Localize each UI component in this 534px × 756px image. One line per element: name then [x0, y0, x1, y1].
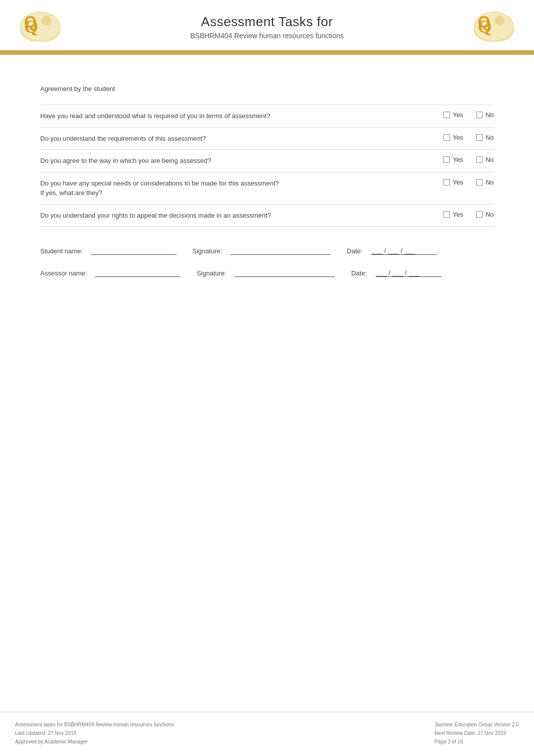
question-4-no-checkbox[interactable]: [476, 179, 483, 185]
question-row: Do you agree to the way in which you are…: [40, 150, 494, 172]
footer-right-line2: Next Review Date: 27 Nov 2019: [434, 729, 519, 737]
question-2-no[interactable]: No: [476, 134, 494, 141]
question-5-no-checkbox[interactable]: [476, 211, 483, 218]
question-2-no-checkbox[interactable]: [476, 134, 483, 141]
header-title: Assessment Tasks for: [65, 14, 469, 30]
svg-point-2: [41, 16, 51, 26]
question-3-no-label: No: [485, 156, 494, 163]
student-date-line[interactable]: ___ / ___ / ___: [372, 247, 437, 255]
question-row: Do you understand the requirements of th…: [40, 128, 494, 150]
question-1-no[interactable]: No: [476, 111, 494, 119]
signature-section: Student name: Signature: Date: ___ / ___…: [40, 247, 494, 277]
assessor-date-label: Date:: [351, 269, 367, 277]
question-3-yes-checkbox[interactable]: [443, 156, 450, 163]
question-3-text: Do you agree to the way in which you are…: [40, 156, 423, 166]
question-3-no-checkbox[interactable]: [476, 156, 483, 163]
question-row: Do you understand your rights to appeal …: [40, 205, 494, 227]
header-center: Assessment Tasks for BSBHRM404 Review hu…: [65, 14, 469, 40]
header-subtitle: BSBHRM404 Review human resources functio…: [65, 32, 469, 40]
question-5-options: Yes No: [423, 211, 494, 218]
assessor-name-line[interactable]: [95, 269, 181, 277]
question-4-yes[interactable]: Yes: [443, 178, 463, 186]
question-3-yes-label: Yes: [453, 156, 463, 163]
question-4-text: Do you have any special needs or conside…: [40, 178, 423, 198]
assessor-signature-row: Assessor name: Signature: Date: ___ / __…: [40, 269, 494, 277]
assessor-name-label: Assessor name:: [40, 269, 87, 277]
footer-right-line3: Page 3 of 16: [434, 737, 519, 746]
question-3-options: Yes No: [423, 156, 494, 163]
question-1-text: Have you read and understood what is req…: [40, 111, 423, 121]
question-1-options: Yes No: [423, 111, 494, 119]
question-5-no-label: No: [485, 211, 494, 218]
question-5-no[interactable]: No: [476, 211, 494, 218]
student-signature-row: Student name: Signature: Date: ___ / ___…: [40, 247, 494, 255]
question-5-yes-checkbox[interactable]: [443, 211, 450, 218]
question-1-no-label: No: [485, 111, 494, 119]
question-2-yes[interactable]: Yes: [443, 134, 463, 141]
logo-right: Q: [469, 9, 519, 44]
question-row: Do you have any special needs or conside…: [40, 172, 494, 205]
question-2-yes-checkbox[interactable]: [443, 134, 450, 141]
footer-line2: Last Updated: 27 Nov 2018: [15, 729, 174, 737]
question-4-no[interactable]: No: [476, 178, 494, 186]
footer-line3: Approved by Academic Manager: [15, 737, 174, 746]
question-3-no[interactable]: No: [476, 156, 494, 163]
svg-text:Q: Q: [24, 17, 38, 37]
question-3-yes[interactable]: Yes: [443, 156, 463, 163]
question-row: Have you read and understood what is req…: [40, 105, 494, 128]
logo-left-image: Q: [20, 12, 60, 42]
question-1-yes-label: Yes: [453, 111, 463, 119]
svg-point-5: [495, 16, 505, 26]
question-5-yes-label: Yes: [453, 211, 463, 218]
question-4-no-label: No: [485, 178, 494, 186]
question-5-text: Do you understand your rights to appeal …: [40, 211, 423, 221]
student-date-label: Date:: [347, 247, 363, 255]
footer-right-line1: Jasmine Education Group Version 2.0: [434, 720, 519, 729]
student-name-label: Student name:: [40, 247, 83, 255]
footer-right: Jasmine Education Group Version 2.0 Next…: [434, 720, 519, 746]
question-4-options: Yes No: [423, 178, 494, 186]
svg-text:Q: Q: [478, 17, 492, 37]
question-2-yes-label: Yes: [453, 134, 463, 141]
student-name-line[interactable]: [91, 247, 176, 255]
main-content: Agreement by the student Have you read a…: [0, 55, 534, 331]
question-5-yes[interactable]: Yes: [443, 211, 463, 218]
footer-left: Assessment tasks for BSBHRM404 Review hu…: [15, 720, 174, 746]
question-2-text: Do you understand the requirements of th…: [40, 134, 423, 144]
assessor-date-line[interactable]: ___ / ___ / ___: [376, 269, 441, 277]
student-signature-label: Signature:: [193, 247, 222, 255]
logo-left: Q: [15, 9, 65, 44]
page-footer: Assessment tasks for BSBHRM404 Review hu…: [0, 712, 534, 756]
section-title: Agreement by the student: [40, 85, 494, 92]
questions-section: Have you read and understood what is req…: [40, 105, 494, 227]
question-1-no-checkbox[interactable]: [476, 112, 483, 118]
footer-line1: Assessment tasks for BSBHRM404 Review hu…: [15, 720, 174, 729]
question-1-yes[interactable]: Yes: [443, 111, 463, 119]
question-4-yes-label: Yes: [453, 178, 463, 186]
assessor-signature-label: Signature:: [197, 269, 226, 277]
assessor-signature-line[interactable]: [234, 269, 335, 277]
question-4-yes-checkbox[interactable]: [443, 179, 450, 185]
logo-right-image: Q: [474, 12, 514, 42]
page-header: Q Assessment Tasks for BSBHRM404 Review …: [0, 0, 534, 52]
question-2-options: Yes No: [423, 134, 494, 141]
question-1-yes-checkbox[interactable]: [443, 112, 450, 118]
question-2-no-label: No: [485, 134, 494, 141]
student-signature-line[interactable]: [230, 247, 331, 255]
